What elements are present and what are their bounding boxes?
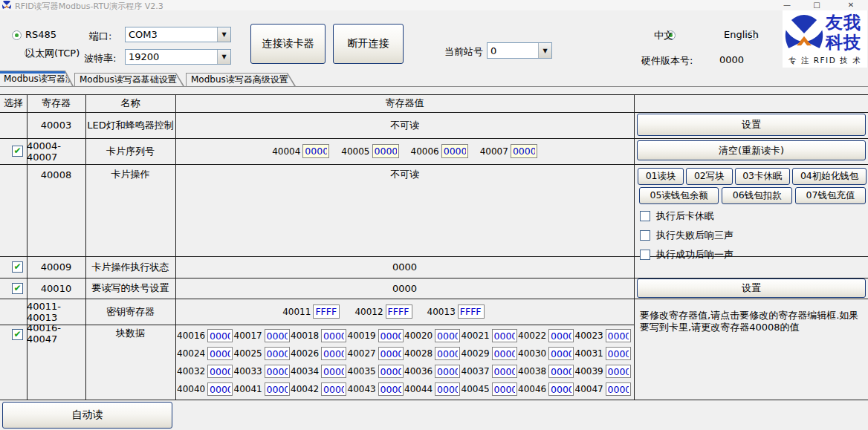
row-checkbox[interactable]: ✔	[12, 261, 23, 273]
row-checkbox[interactable]: ✔	[12, 283, 23, 294]
port-select[interactable]: COM3 ▼	[125, 27, 231, 42]
register-value-input[interactable]	[321, 365, 346, 378]
auto-read-button[interactable]: 自动读	[2, 402, 172, 429]
card-op-button[interactable]: 03卡休眠	[735, 168, 791, 185]
register-field: 40034	[291, 365, 348, 378]
register-value-input[interactable]	[606, 382, 631, 396]
connect-button[interactable]: 连接读卡器	[250, 24, 326, 64]
clear-reread-button[interactable]: 清空(重新读卡)	[637, 140, 866, 160]
register-field: 40026	[291, 347, 348, 360]
register-value-input[interactable]	[441, 144, 468, 158]
card-op-button[interactable]: 01读块	[638, 168, 684, 185]
register-value-input[interactable]	[492, 382, 517, 396]
card-op-button[interactable]: 04初始化钱包	[792, 168, 867, 185]
station-select[interactable]: 0 ▼	[487, 42, 552, 59]
register-value-input[interactable]	[265, 347, 290, 360]
register-value-input[interactable]	[511, 144, 537, 158]
maximize-icon[interactable]: □	[807, 0, 826, 10]
register-value-input[interactable]	[606, 365, 631, 378]
register-value-input[interactable]	[548, 365, 574, 378]
register-value-input[interactable]	[435, 382, 460, 396]
close-icon[interactable]: ✕	[841, 0, 861, 10]
card-op-button[interactable]: 02写块	[686, 168, 732, 185]
baud-select[interactable]: 19200 ▼	[125, 49, 231, 65]
chevron-down-icon[interactable]: ▼	[538, 43, 551, 58]
set-block-button[interactable]: 设置	[637, 278, 866, 298]
register-value-input[interactable]	[548, 329, 574, 342]
register-cell: 40009	[27, 256, 85, 278]
register-value-input[interactable]	[207, 347, 233, 360]
register-value-input[interactable]	[207, 382, 233, 396]
col-header-register: 寄存器	[27, 94, 85, 112]
chevron-down-icon[interactable]: ▼	[217, 50, 230, 64]
register-field: 40023	[575, 329, 632, 342]
register-field-label: 40006	[411, 146, 439, 157]
register-field: 40025	[234, 347, 291, 360]
op-option-checkbox[interactable]	[640, 230, 650, 241]
tab-label: Modbus读写器演示	[4, 73, 83, 85]
register-field: 40011	[282, 304, 340, 319]
card-op-button[interactable]: 07钱包充值	[795, 187, 866, 204]
register-value-input[interactable]	[265, 365, 290, 378]
station-label: 当前站号	[444, 45, 483, 59]
baud-label: 波特率:	[84, 52, 116, 65]
register-cell: 40004-40007	[27, 138, 85, 164]
register-field: 40040	[177, 382, 234, 396]
card-op-button[interactable]: 06钱包扣款	[722, 187, 792, 204]
register-value-input[interactable]	[492, 365, 517, 378]
register-value-input[interactable]	[207, 365, 233, 378]
register-value-input[interactable]	[302, 144, 329, 158]
register-value-input[interactable]	[321, 382, 346, 396]
register-value-input[interactable]	[207, 329, 233, 342]
register-field-label: 40047	[575, 384, 603, 394]
app-icon	[2, 1, 11, 10]
register-field-label: 40027	[348, 348, 376, 359]
register-value-input[interactable]	[321, 347, 346, 360]
register-value-input[interactable]	[372, 144, 399, 158]
register-value-input[interactable]	[378, 382, 404, 396]
register-field-label: 40040	[177, 384, 205, 394]
register-field-label: 40041	[234, 384, 262, 394]
register-value-input[interactable]	[548, 347, 574, 360]
register-value-input[interactable]	[606, 347, 631, 360]
tab-modbus-advanced-settings[interactable]: Modbus读写器高级设置	[186, 73, 296, 86]
card-op-button[interactable]: 05读钱包余额	[639, 187, 719, 204]
register-value-input[interactable]	[606, 329, 631, 342]
register-value-input[interactable]	[378, 347, 404, 360]
register-value-input[interactable]	[378, 329, 404, 342]
register-value-input[interactable]	[265, 329, 290, 342]
minimize-icon[interactable]: —	[777, 0, 797, 10]
op-option-checkbox[interactable]	[640, 211, 650, 221]
tab-modbus-demo[interactable]: Modbus读写器演示	[0, 71, 74, 86]
edit-hint-text: 要修改寄存器值,请点击要修改的寄存器编辑框.如果要写到卡里,请更改寄存器4000…	[640, 310, 864, 333]
register-field: 40019	[348, 329, 405, 342]
register-field: 40004	[272, 144, 329, 158]
register-field-label: 40018	[291, 330, 319, 341]
tab-label: Modbus读写器高级设置	[191, 74, 288, 86]
register-value-input[interactable]	[435, 347, 460, 360]
register-value-input[interactable]	[435, 329, 460, 342]
op-option-checkbox[interactable]	[640, 250, 650, 260]
set-led-button[interactable]: 设置	[637, 114, 866, 136]
ethernet-label: 以太网(TCP)	[25, 47, 80, 60]
register-value-input[interactable]	[378, 365, 404, 378]
register-value-input[interactable]	[492, 329, 517, 342]
register-field-label: 40045	[461, 384, 490, 394]
register-value-input[interactable]	[265, 382, 290, 396]
chevron-down-icon[interactable]: ▼	[217, 27, 230, 42]
tab-modbus-basic-settings[interactable]: Modbus读写器基础设置	[74, 73, 184, 86]
register-value-input[interactable]	[386, 304, 412, 319]
register-value-input[interactable]	[458, 304, 485, 319]
rs485-radio[interactable]	[12, 30, 22, 40]
disconnect-button[interactable]: 断开连接	[333, 24, 404, 64]
name-cell: 密钥寄存器	[85, 299, 175, 325]
register-value-input[interactable]	[313, 304, 340, 319]
row-checkbox[interactable]: ✔	[12, 329, 23, 340]
register-field: 40033	[234, 365, 291, 378]
register-value-input[interactable]	[321, 329, 346, 342]
register-value-input[interactable]	[492, 347, 517, 360]
register-value-input[interactable]	[548, 382, 574, 396]
register-value-input[interactable]	[435, 365, 460, 378]
brand-text-bottom: 科技	[826, 33, 861, 52]
row-checkbox[interactable]: ✔	[12, 146, 23, 157]
